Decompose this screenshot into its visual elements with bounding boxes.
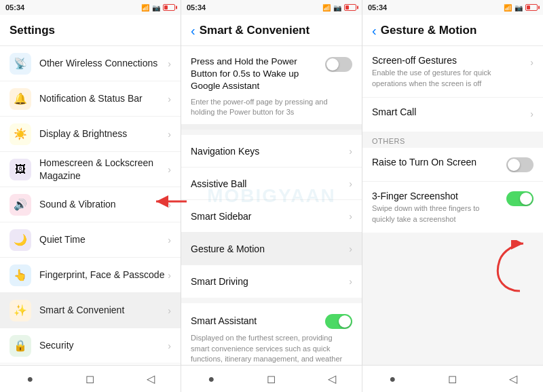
homescreen-icon: 🖼 xyxy=(10,159,31,180)
gesture-section-others: Raise to Turn On Screen 3-Finger Screens… xyxy=(362,148,543,233)
smart-icon: ✨ xyxy=(10,300,31,321)
settings-item-display[interactable]: ☀️ Display & Brightness › xyxy=(0,117,181,152)
back-arrow-gesture[interactable]: ‹ xyxy=(372,24,377,37)
smart-header: ‹ Smart & Convenient xyxy=(181,15,362,46)
quiet-chevron: › xyxy=(168,235,171,246)
nav-keys-label: Navigation Keys xyxy=(191,146,346,157)
sound-chevron: › xyxy=(168,199,171,210)
panel-smart: ‹ Smart & Convenient Press and Hold the … xyxy=(181,15,362,365)
nav-square-left[interactable]: ◻ xyxy=(83,372,98,387)
status-icons-left: 📶 📷 xyxy=(141,4,175,12)
sound-icon: 🔊 xyxy=(10,194,31,216)
section-item-sidebar[interactable]: Smart Sidebar › xyxy=(181,200,362,233)
gesture-content[interactable]: Screen-off Gestures Enable the use of ge… xyxy=(362,46,543,365)
sim-icon: 📶 xyxy=(141,4,149,12)
gesture-section-main: Screen-off Gestures Enable the use of ge… xyxy=(362,46,543,132)
smart-section-list: Navigation Keys › Assistive Ball › Smart… xyxy=(181,135,362,298)
raise-toggle[interactable] xyxy=(506,157,533,172)
notification-chevron: › xyxy=(168,94,171,104)
battery-icon-center xyxy=(344,4,356,11)
nav-dot-left[interactable]: ● xyxy=(22,372,37,387)
status-icons-center: 📶 📷 xyxy=(322,4,356,12)
smart-assistant-row: Smart Assistant xyxy=(191,313,352,329)
display-icon: ☀️ xyxy=(10,123,31,145)
screenshot-content: 3-Finger Screenshot Swipe down with thre… xyxy=(372,190,506,224)
wireless-icon: 📡 xyxy=(10,53,31,75)
status-icons-right: 📶 📷 xyxy=(504,4,538,12)
settings-item-quiet[interactable]: 🌙 Quiet Time › xyxy=(0,222,181,258)
others-label: OTHERS xyxy=(362,132,543,148)
driving-label: Smart Driving xyxy=(191,276,346,287)
nav-dot-right[interactable]: ● xyxy=(385,372,400,387)
power-button-subtext: Enter the power-off page by pressing and… xyxy=(191,97,352,118)
settings-item-homescreen[interactable]: 🖼 Homescreen & Lockscreen Magazine › xyxy=(0,152,181,187)
section-item-driving[interactable]: Smart Driving › xyxy=(181,265,362,298)
display-chevron: › xyxy=(168,129,171,140)
fingerprint-chevron: › xyxy=(168,270,171,281)
camera-icon-r: 📷 xyxy=(514,4,523,12)
quiet-label: Quiet Time xyxy=(39,233,165,246)
settings-item-sound[interactable]: 🔊 Sound & Vibration › xyxy=(0,187,181,222)
settings-list: 📡 Other Wireless Connections › 🔔 Notific… xyxy=(0,46,181,365)
sim-icon-r: 📶 xyxy=(504,4,512,12)
nav-square-right[interactable]: ◻ xyxy=(445,372,460,387)
security-label: Security xyxy=(39,339,165,351)
settings-item-wireless[interactable]: 📡 Other Wireless Connections › xyxy=(0,46,181,81)
status-bar-center: 05:34 📶 📷 xyxy=(181,0,362,15)
screenshot-toggle[interactable] xyxy=(506,191,533,206)
time-center: 05:34 xyxy=(187,3,206,12)
nav-bar: ● ◻ ◁ ● ◻ ◁ ● ◻ ◁ xyxy=(0,365,543,392)
sound-label: Sound & Vibration xyxy=(39,198,165,210)
settings-item-smart[interactable]: ✨ Smart & Convenient › xyxy=(0,293,181,328)
settings-item-battery[interactable]: 🔋 Battery › xyxy=(0,364,181,365)
homescreen-chevron: › xyxy=(168,164,171,175)
back-arrow-smart[interactable]: ‹ xyxy=(191,24,195,37)
homescreen-label: Homescreen & Lockscreen Magazine xyxy=(39,157,165,181)
settings-item-fingerprint[interactable]: 👆 Fingerprint, Face & Passcode › xyxy=(0,258,181,293)
section-item-nav-keys[interactable]: Navigation Keys › xyxy=(181,135,362,168)
smart-assistant-toggle[interactable] xyxy=(325,314,352,329)
gesture-item-raise[interactable]: Raise to Turn On Screen xyxy=(362,148,543,182)
gesture-item-screenshot[interactable]: 3-Finger Screenshot Swipe down with thre… xyxy=(362,182,543,233)
nav-back-center[interactable]: ◁ xyxy=(324,372,339,387)
time-right: 05:34 xyxy=(368,3,387,12)
smart-assistant-label: Smart Assistant xyxy=(191,315,257,326)
gesture-item-smart-call[interactable]: Smart Call › xyxy=(362,98,543,132)
nav-keys-chevron: › xyxy=(349,146,352,157)
sidebar-label: Smart Sidebar xyxy=(191,211,346,222)
nav-dot-center[interactable]: ● xyxy=(204,372,219,387)
smart-assistant-desc: Displayed on the furthest screen, provid… xyxy=(191,333,352,365)
screenshot-sub: Swipe down with three fingers to quickly… xyxy=(372,203,500,224)
screen-off-sub: Enable the use of gestures for quick ope… xyxy=(372,68,523,89)
security-chevron: › xyxy=(168,340,171,351)
smart-content[interactable]: Press and Hold the Power Button for 0.5s… xyxy=(181,46,362,365)
security-icon: 🔒 xyxy=(10,335,31,357)
power-button-label: Press and Hold the Power Button for 0.5s… xyxy=(191,56,325,93)
settings-item-security[interactable]: 🔒 Security › xyxy=(0,328,181,364)
wireless-label: Other Wireless Connections xyxy=(39,57,165,69)
smart-label: Smart & Convenient xyxy=(39,304,165,316)
screens-container: Settings 📡 Other Wireless Connections › … xyxy=(0,15,543,365)
red-arrow-screenshot xyxy=(486,240,533,297)
smart-call-content: Smart Call xyxy=(372,106,530,118)
power-toggle-switch[interactable] xyxy=(325,57,352,72)
smart-call-title: Smart Call xyxy=(372,106,523,118)
battery-icon-right xyxy=(525,4,538,11)
display-label: Display & Brightness xyxy=(39,128,165,140)
gesture-chevron: › xyxy=(349,243,352,254)
fingerprint-label: Fingerprint, Face & Passcode xyxy=(39,269,165,281)
camera-icon: 📷 xyxy=(152,4,160,12)
power-button-section: Press and Hold the Power Button for 0.5s… xyxy=(181,46,362,130)
section-item-gesture[interactable]: Gesture & Motion › xyxy=(181,233,362,265)
nav-back-left[interactable]: ◁ xyxy=(143,372,158,387)
assistive-label: Assistive Ball xyxy=(191,178,346,189)
settings-item-notification[interactable]: 🔔 Notification & Status Bar › xyxy=(0,81,181,117)
gesture-item-screen-off[interactable]: Screen-off Gestures Enable the use of ge… xyxy=(362,46,543,98)
raise-title: Raise to Turn On Screen xyxy=(372,156,500,168)
nav-back-right[interactable]: ◁ xyxy=(506,372,521,387)
section-item-assistive[interactable]: Assistive Ball › xyxy=(181,168,362,200)
settings-header: Settings xyxy=(0,15,181,46)
nav-square-center[interactable]: ◻ xyxy=(264,372,279,387)
settings-list-container[interactable]: 📡 Other Wireless Connections › 🔔 Notific… xyxy=(0,46,181,365)
panel-gesture: ‹ Gesture & Motion Screen-off Gestures E… xyxy=(362,15,543,365)
